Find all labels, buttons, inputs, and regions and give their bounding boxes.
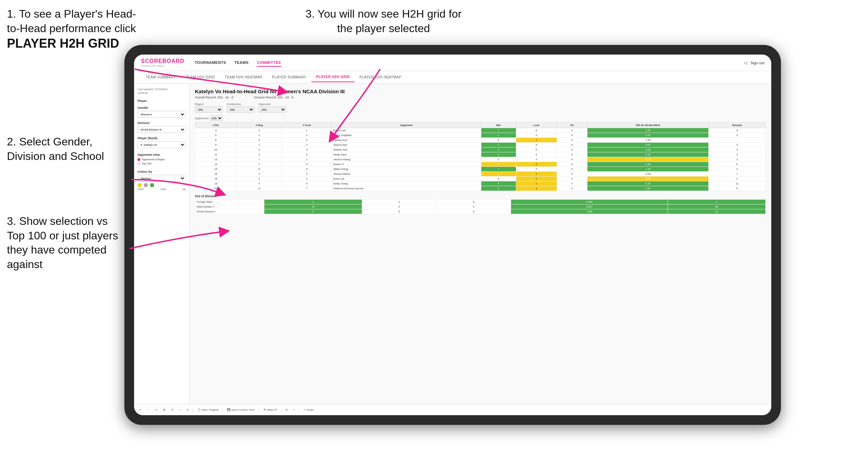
region-filter-group: Region (All) <box>195 103 223 113</box>
conference-label: Conference <box>227 103 254 106</box>
table-row: 13 1 1 Jessica Huang 0 0 0 -3.00 2 <box>195 157 766 162</box>
bottom-toolbar: ↩ ← ↪ ⊞ ↺ + ◷ 📋 View: Original 💾 Save Cu… <box>134 404 771 415</box>
table-row: 10 6 3 Andrea York 2 0 0 4.00 4 <box>195 147 766 152</box>
toolbar-divider-2 <box>223 408 223 412</box>
toolbar-grid2[interactable]: ⊡ <box>284 408 289 412</box>
toolbar-view-original[interactable]: 📋 View: Original <box>196 408 220 412</box>
main-content: Last Updated: 27/03/2024 16:55:38 Player… <box>134 84 771 415</box>
option-top100[interactable]: Top 100 <box>138 162 186 165</box>
out-of-division-table: Foreign Team 1 0 0 4.500 2 NAIA Division… <box>195 199 766 214</box>
col-diff: Diff Av Strokes/Rnd <box>587 123 709 128</box>
nav-teams[interactable]: TEAMS <box>234 59 248 67</box>
gender-section: Gender Women's Men's <box>138 106 186 118</box>
option-opponents-played[interactable]: Opponents Played <box>138 158 186 161</box>
region-label: Region <box>195 103 223 106</box>
out-table-row: NAIA Division 1 15 0 0 9.267 30 <box>195 204 766 209</box>
dot-level <box>144 183 148 187</box>
logo-sub: Powered by clippd <box>141 64 185 67</box>
toolbar-timer[interactable]: ◷ <box>185 408 190 412</box>
table-row: 11 2 5 Heejo Hyun 1 0 0 3.33 3 <box>195 152 766 157</box>
toolbar-prev[interactable]: « <box>292 408 296 412</box>
instruction-bot-left: 3. Show selection vs Top 100 or just pla… <box>7 214 128 271</box>
table-row: 18 2 2 Euna Lee 0 1 0 -5.00 2 <box>195 177 766 181</box>
col-reg: # Reg <box>237 123 282 128</box>
toolbar-back[interactable]: ← <box>145 408 151 412</box>
toolbar-refresh[interactable]: ↺ <box>170 408 175 412</box>
dot-down <box>138 183 142 187</box>
out-table-row: NCAA Division 2 5 0 0 7.400 10 <box>195 209 766 214</box>
toolbar-save-custom[interactable]: 💾 Save Custom View <box>226 408 256 412</box>
player-rank-select[interactable]: 8. Katelyn Vo <box>138 141 186 148</box>
radio-top100 <box>138 162 140 165</box>
subnav-team-h2h-heatmap[interactable]: TEAM H2H HEATMAP <box>220 73 267 82</box>
toolbar-watch[interactable]: 👁 Watch ▾ <box>262 408 278 412</box>
logo-area: SCOREBOARD Powered by clippd <box>141 58 185 67</box>
toolbar-divider-5 <box>299 408 299 412</box>
colour-by-label: Colour by <box>138 170 186 173</box>
table-row: 20 11 7 Federica Domecq Lacroze 2 1 0 1.… <box>195 186 766 191</box>
division-label: Division <box>138 121 186 125</box>
colour-by-select[interactable]: Win/loss <box>138 175 186 182</box>
opponents-label: Opponents: (All) <box>195 115 766 121</box>
subnav-player-h2h-grid[interactable]: PLAYER H2H GRID <box>311 72 355 82</box>
table-row: 15 8 5 Stella Cheng 1 0 0 1.25 4 <box>195 167 766 172</box>
subnav-player-h2h-heatmap[interactable]: PLAYER H2H HEATMAP <box>355 73 406 82</box>
out-table-row: Foreign Team 1 0 0 4.500 2 <box>195 200 766 204</box>
instruction-mid-left: 2. Select Gender, Division and School <box>7 135 124 163</box>
filter-row: Region (All) Conference (All) Opponent <box>195 103 766 113</box>
left-panel: Last Updated: 27/03/2024 16:55:38 Player… <box>134 84 189 415</box>
nav-committee[interactable]: COMMITTEE <box>257 59 281 67</box>
table-row: 14 7 4 Eunice Yi 2 2 0 0.38 9 <box>195 162 766 167</box>
subnav-player-summary[interactable]: PLAYER SUMMARY <box>267 73 311 82</box>
subnav-team-h2h-grid[interactable]: TEAM H2H GRID <box>181 73 220 82</box>
opponents-select[interactable]: (All) <box>210 115 223 121</box>
toolbar-undo[interactable]: ↩ <box>138 408 143 412</box>
col-div: # Div <box>195 123 237 128</box>
opponent-filter-label: Opponent <box>258 103 286 106</box>
opponent-view-label: Opponent view <box>138 153 186 156</box>
instruction-top-left: 1. To see a Player's Head-to-Head perfor… <box>7 7 138 52</box>
dot-up <box>150 183 154 187</box>
division-record: Division Record: 331 - 34 - 6 <box>254 96 293 99</box>
division-select[interactable]: NCAA Division III NCAA Division I NCAA D… <box>138 126 186 133</box>
toolbar-divider-4 <box>281 408 281 412</box>
nav-tournaments[interactable]: TOURNAMENTS <box>195 59 226 67</box>
toolbar-share[interactable]: ↗ Share <box>302 408 315 412</box>
table-row: 5 2 2 Alexis Sudjianto 1 0 0 4.00 3 <box>195 133 766 138</box>
gender-label: Gender <box>138 106 186 109</box>
instruction-top-right: 3. You will now see H2H grid for the pla… <box>301 7 466 36</box>
region-select[interactable]: (All) <box>195 106 223 113</box>
conference-filter-group: Conference (All) <box>227 103 254 113</box>
conference-select[interactable]: (All) <box>227 106 254 113</box>
nav-right: i | Sign out <box>744 61 764 65</box>
division-section: Division NCAA Division III NCAA Division… <box>138 121 186 133</box>
opponent-filter-group: Opponent (All) <box>258 103 286 113</box>
table-header-row: # Div # Reg # Conf Opponent Win Loss Tie… <box>195 123 766 128</box>
table-row: 6 3 3 Sydney Kuo 0 1 0 -1.00 <box>195 138 766 143</box>
gender-select[interactable]: Women's Men's <box>138 111 186 118</box>
player-label: Player <box>138 99 186 103</box>
toolbar-redo[interactable]: ↪ <box>154 408 159 412</box>
table-row: 3 1 1 Esther Lee 1 0 0 1.50 4 <box>195 128 766 133</box>
last-updated: Last Updated: 27/03/2024 16:55:38 <box>138 88 186 95</box>
navbar: SCOREBOARD Powered by clippd TOURNAMENTS… <box>134 55 771 71</box>
col-win: Win <box>481 123 516 128</box>
nav-links: TOURNAMENTS TEAMS COMMITTEE <box>195 59 745 67</box>
player-rank-section: Player (Rank) 8. Katelyn Vo <box>138 136 186 148</box>
out-of-division-header: Out of division <box>195 194 766 198</box>
player-section: Player <box>138 99 186 103</box>
toolbar-divider-3 <box>259 408 259 412</box>
toolbar-grid[interactable]: ⊞ <box>162 408 167 412</box>
sign-out-link[interactable]: Sign out <box>751 61 764 65</box>
logo: SCOREBOARD <box>141 58 185 64</box>
toolbar-add[interactable]: + <box>178 408 182 412</box>
overall-record: Overall Record: 353 - 34 - 6 <box>195 96 233 99</box>
grid-records: Overall Record: 353 - 34 - 6 Division Re… <box>195 96 766 99</box>
colour-by-section: Colour by Win/loss Down Level Up <box>138 170 186 190</box>
colour-dots <box>138 183 186 187</box>
colour-legend: Down Level Up <box>138 188 186 190</box>
separator: i | <box>744 61 747 65</box>
opponent-select[interactable]: (All) <box>258 106 286 113</box>
radio-opponents-played <box>138 158 140 161</box>
subnav-team-summary[interactable]: TEAM SUMMARY <box>141 73 181 82</box>
